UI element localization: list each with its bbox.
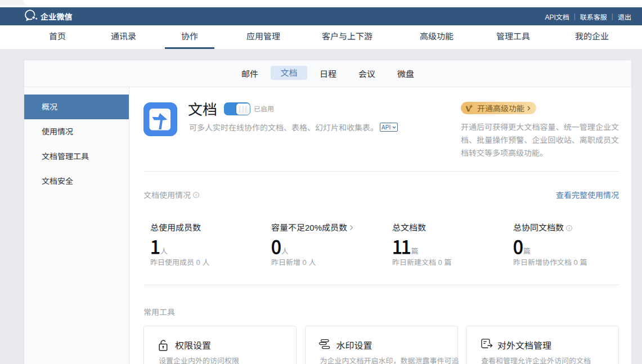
svg-text:i: i xyxy=(195,192,196,197)
svg-text:i: i xyxy=(569,226,570,231)
